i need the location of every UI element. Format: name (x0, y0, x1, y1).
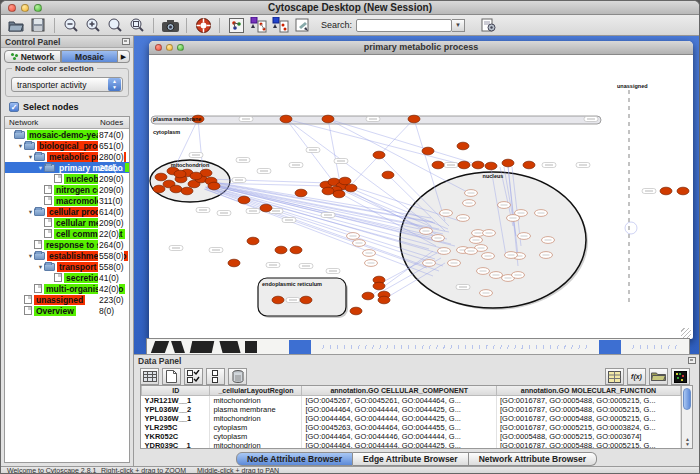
tree-row-cell-communicat[interactable]: cell communicat22(0) (5, 228, 129, 239)
float-panel-icon[interactable] (122, 38, 130, 45)
resize-grip[interactable] (681, 328, 691, 338)
network-node-selected[interactable] (373, 282, 385, 290)
tree-row-metabolic-process[interactable]: ▼metabolic process280(0) (5, 151, 129, 162)
tree-row-secretion[interactable]: secretion41(0) (5, 272, 129, 283)
tab-edge-attribute-browser[interactable]: Edge Attribute Browser (353, 452, 469, 466)
zoom-fit-icon[interactable] (128, 17, 146, 34)
snapshot-camera-icon[interactable] (161, 17, 179, 34)
create-network-view-icon[interactable] (227, 17, 245, 34)
tree-row-nitrogen-compo[interactable]: nitrogen compo209(0) (5, 184, 129, 195)
network-node-selected[interactable] (275, 246, 287, 254)
tree-row-cellular-metabo[interactable]: cellular metabo209(0) (5, 217, 129, 228)
network-node-selected[interactable] (190, 172, 202, 180)
network-node-selected[interactable] (502, 159, 514, 167)
open-attribute-file-icon[interactable] (649, 368, 668, 385)
network-node-selected[interactable] (272, 296, 284, 304)
table-column-header[interactable]: _cellularLayoutRegion (210, 386, 302, 395)
network-node-selected[interactable] (345, 184, 357, 192)
tab-network[interactable]: Network (4, 50, 61, 63)
network-node-selected[interactable] (153, 185, 165, 193)
search-input[interactable] (356, 19, 452, 32)
tree-row-primary-metabo[interactable]: ▼primary metabo209(... (5, 162, 129, 173)
tree-row-transport[interactable]: ▼transport558(0) (5, 261, 129, 272)
tree-row-unassigned[interactable]: unassigned223(0) (5, 294, 129, 305)
network-node-selected[interactable] (378, 296, 390, 304)
tab-node-attribute-browser[interactable]: Node Attribute Browser (236, 452, 353, 466)
network-node-selected[interactable] (174, 170, 186, 178)
tree-row-cellular-process[interactable]: ▼cellular process614(0) (5, 206, 129, 217)
tree-row-biological-process[interactable]: ▼biological_process651(0) (5, 140, 129, 151)
tree-twisty-icon[interactable]: ▼ (37, 264, 44, 270)
network-node-selected[interactable] (322, 187, 334, 195)
annotation-icon[interactable] (293, 17, 311, 34)
network-node-selected[interactable] (350, 307, 362, 315)
network-node-selected[interactable] (322, 115, 334, 123)
network-node-selected[interactable] (170, 185, 182, 193)
tree-twisty-icon[interactable]: ▼ (17, 143, 24, 149)
tree-twisty-icon[interactable]: ▼ (27, 209, 34, 215)
network-node-selected[interactable] (228, 259, 240, 267)
save-icon[interactable] (29, 17, 47, 34)
delete-attribute-icon[interactable] (228, 368, 247, 385)
network-node-selected[interactable] (260, 204, 272, 212)
zoom-out-icon[interactable] (62, 17, 80, 34)
network-node-selected[interactable] (208, 182, 220, 190)
attribute-table-icon[interactable] (140, 368, 159, 385)
tree-row-establishment-of-lo[interactable]: ▼establishment of lo558(0) (5, 250, 129, 261)
network-node-selected[interactable] (457, 142, 469, 150)
network-node-selected[interactable] (362, 292, 374, 300)
import-table-icon[interactable] (605, 368, 624, 385)
network-canvas[interactable]: plasma membranecytoplasmmitochondrionnuc… (149, 55, 691, 338)
network-node-selected[interactable] (280, 115, 292, 123)
float-data-panel-icon[interactable] (688, 357, 696, 364)
vizmapper-icon[interactable] (249, 17, 267, 34)
network-node-selected[interactable] (523, 161, 535, 169)
select-nodes-checkbox[interactable]: ✓ (9, 102, 19, 112)
tree-row-overview[interactable]: Overview8(0) (5, 305, 129, 316)
network-node-selected[interactable] (247, 237, 259, 245)
table-row[interactable]: YLR295Ccytoplasm[GO:0045263, GO:0044464,… (142, 423, 681, 432)
network-node-selected[interactable] (408, 115, 420, 123)
formula-builder-icon[interactable]: f(x) (627, 368, 646, 385)
tab-network-attribute-browser[interactable]: Network Attribute Browser (469, 452, 597, 466)
table-row[interactable]: YDR039C__1mitochondrion[GO:0044464, GO:0… (142, 441, 681, 449)
network-node-selected[interactable] (181, 187, 193, 195)
table-column-header[interactable]: annotation.GO MOLECULAR_FUNCTION (497, 386, 681, 395)
tree-twisty-icon[interactable]: ▼ (27, 253, 34, 259)
network-node-selected[interactable] (660, 187, 672, 195)
network-node-selected[interactable] (295, 189, 307, 197)
attribute-mapper-icon[interactable] (271, 17, 289, 34)
network-node-selected[interactable] (373, 151, 385, 159)
network-node-selected[interactable] (677, 187, 689, 195)
table-row[interactable]: YPL036W__2plasma membrane[GO:0044464, GO… (142, 405, 681, 414)
tab-mosaic[interactable]: Mosaic (61, 50, 118, 63)
network-node-selected[interactable] (238, 196, 250, 204)
tree-row-mosaic-demo-yeast[interactable]: mosaic-demo-yeast874(0) (5, 129, 129, 140)
table-column-header[interactable]: ID (142, 386, 210, 395)
unselect-attributes-icon[interactable] (206, 368, 225, 385)
network-node-selected[interactable] (485, 162, 497, 170)
table-row[interactable]: YPL036W__1mitochondrion[GO:0044464, GO:0… (142, 414, 681, 423)
new-attribute-icon[interactable] (162, 368, 181, 385)
network-node-selected[interactable] (422, 147, 434, 155)
table-row[interactable]: YJR121W__1mitochondrion[GO:0045267, GO:0… (142, 395, 681, 405)
table-vertical-scrollbar[interactable]: ▲▼ (681, 386, 692, 448)
scrollbar-arrows[interactable]: ▲▼ (682, 437, 693, 447)
zoom-selected-icon[interactable] (106, 17, 124, 34)
tree-row-multi-organism-pro[interactable]: multi-organism pro42(0) (5, 283, 129, 294)
zoom-in-icon[interactable] (84, 17, 102, 34)
network-node-selected[interactable] (382, 171, 394, 179)
network-node-selected[interactable] (472, 161, 484, 169)
tree-twisty-icon[interactable]: ▼ (27, 154, 34, 160)
attribute-matrix-icon[interactable] (671, 368, 690, 385)
network-node-selected[interactable] (432, 161, 444, 169)
scrollbar-thumb[interactable] (683, 388, 691, 410)
network-node-selected[interactable] (339, 177, 351, 185)
search-dropdown-button[interactable]: ▼ (452, 19, 465, 32)
table-column-header[interactable]: annotation.GO CELLULAR_COMPONENT (302, 386, 497, 395)
node-color-dropdown[interactable]: transporter activity ▲▼ (11, 77, 123, 92)
network-node-selected[interactable] (300, 296, 312, 304)
network-node-selected[interactable] (333, 190, 345, 198)
table-row[interactable]: YKR052Ccytoplasm[GO:0044464, GO:0044446,… (142, 432, 681, 441)
network-window-titlebar[interactable]: primary metabolic process (149, 41, 693, 55)
